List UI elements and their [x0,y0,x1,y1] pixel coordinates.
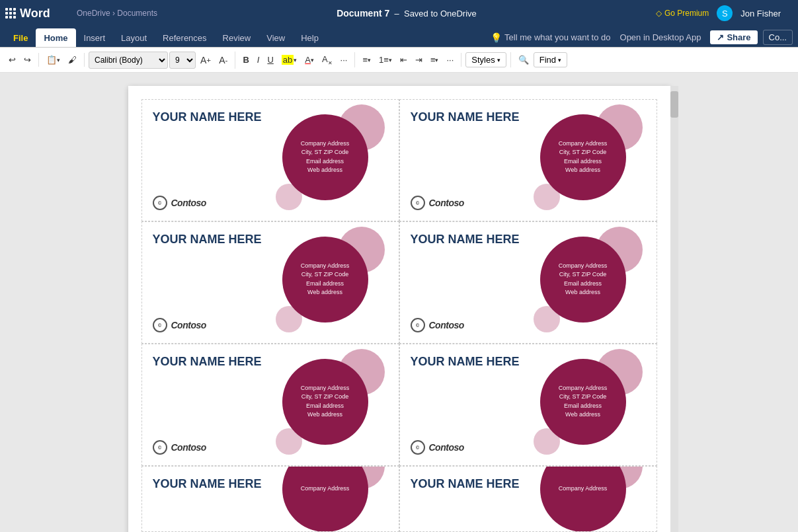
decrease-font-button[interactable]: A- [216,53,231,67]
redo-button[interactable]: ↪ [20,53,34,67]
addr-line2-1: City, ST ZIP Code [301,148,350,157]
ribbon-right: 💡 Tell me what you want to do Open in De… [491,30,793,47]
card-name-6: YOUR NAME HERE [411,355,534,369]
tell-me[interactable]: 💡 Tell me what you want to do [491,32,610,43]
tab-help[interactable]: Help [293,28,327,47]
chevron-down-icon5: ▾ [389,57,392,63]
doc-page: YOUR NAME HERE © Contoso Company Address… [128,86,670,532]
increase-indent-button[interactable]: ⇥ [412,53,426,67]
format-painter-button[interactable]: 🖌 [65,53,80,67]
scrollbar-thumb[interactable] [670,91,678,118]
more-format-button[interactable]: ··· [337,53,351,67]
font-size-select[interactable]: 9 [169,52,196,69]
font-color-icon: A [305,55,311,65]
tab-references[interactable]: References [155,28,214,47]
scrollbar[interactable] [670,86,678,532]
contoso-circle-6: © [411,440,425,455]
card-right-2: Company Address City, ST ZIP Code Email … [534,104,646,217]
share-button[interactable]: ↗ Share [710,30,757,44]
search-icon: 🔍 [518,55,529,65]
tab-insert[interactable]: Insert [76,28,114,47]
card-address-8: Company Address [555,480,612,498]
tab-layout[interactable]: Layout [113,28,155,47]
waffle-icon[interactable] [5,8,16,19]
deco-circle-big-1: Company Address City, ST ZIP Code Email … [282,114,368,200]
find-button[interactable]: Find ▾ [534,52,567,67]
bullets-button[interactable]: ≡▾ [359,53,374,67]
card-name-7: YOUR NAME HERE [153,477,276,492]
user-name[interactable]: Jon Fisher [740,9,781,19]
card-address-2: Company Address City, ST ZIP Code Email … [555,135,612,179]
addr-line4-1: Web address [301,166,350,175]
business-card-8: YOUR NAME HERE Company Address [399,466,657,532]
business-card-2: YOUR NAME HERE © Contoso Company Address… [399,99,657,221]
business-card-7: YOUR NAME HERE Company Address [141,466,399,532]
tell-me-text: Tell me what you want to do [504,32,610,42]
decrease-indent-button[interactable]: ⇤ [397,53,411,67]
decrease-indent-icon: ⇤ [400,55,407,65]
skype-icon[interactable]: S [717,5,733,21]
underline-button[interactable]: U [264,53,276,67]
clear-format-button[interactable]: A✕ [319,52,336,68]
addr-line1-1: Company Address [301,139,350,149]
addr-line1-5: Company Address [301,384,350,393]
contoso-text-2: Contoso [429,198,464,208]
align-button[interactable]: ≡▾ [427,53,442,67]
share-label: Share [727,32,750,42]
deco-circle-big-7: Company Address [282,466,368,532]
addr-line2-6: City, ST ZIP Code [559,393,608,402]
addr-line2-4: City, ST ZIP Code [559,270,608,280]
search-icon-button[interactable]: 🔍 [515,53,532,67]
document-area[interactable]: YOUR NAME HERE © Contoso Company Address… [0,73,798,532]
deco-circle-big-8: Company Address [540,466,626,532]
contoso-logo-6: © Contoso [411,440,534,455]
business-card-3: YOUR NAME HERE © Contoso Company Address… [141,221,399,344]
more-paragraph-button[interactable]: ··· [443,53,457,67]
card-left-5: YOUR NAME HERE © Contoso [153,355,276,455]
card-address-4: Company Address City, ST ZIP Code Email … [555,258,612,301]
app-name: Word [20,7,73,20]
go-premium-label: Go Premium [664,9,709,18]
font-select[interactable]: Calibri (Body) [89,52,168,69]
paste-button[interactable]: 📋▾ [43,53,63,67]
bold-button[interactable]: B [239,53,252,67]
go-premium-button[interactable]: ◇ Go Premium [656,9,709,18]
addr-line3-1: Email address [301,157,350,167]
deco-circle-big-5: Company Address City, ST ZIP Code Email … [282,359,368,445]
contoso-logo-4: © Contoso [411,318,534,332]
open-desktop-button[interactable]: Open in Desktop App [616,31,705,44]
styles-button[interactable]: Styles ▾ [465,52,506,67]
deco-circle-big-4: Company Address City, ST ZIP Code Email … [540,237,626,323]
undo-button[interactable]: ↩ [5,53,19,67]
italic-button[interactable]: I [254,53,263,67]
card-name-5: YOUR NAME HERE [153,355,276,369]
highlight-button[interactable]: ab▾ [278,53,300,67]
card-left-7: YOUR NAME HERE [153,477,276,521]
contoso-circle-1: © [153,196,167,210]
card-right-6: Company Address City, ST ZIP Code Email … [534,349,646,461]
breadcrumb: OneDrive › Documents [77,9,157,18]
business-card-6: YOUR NAME HERE © Contoso Company Address… [399,344,657,466]
highlight-icon: ab [282,55,294,65]
comments-button[interactable]: Co... [763,30,793,45]
clear-format-icon: A✕ [322,54,333,66]
card-name-2: YOUR NAME HERE [411,110,534,125]
card-left-2: YOUR NAME HERE © Contoso [411,110,534,210]
align-icon: ≡ [430,55,436,65]
tab-home[interactable]: Home [36,28,75,47]
addr-line4-6: Web address [559,410,608,420]
card-right-5: Company Address City, ST ZIP Code Email … [276,349,388,461]
find-group: 🔍 Find ▾ [515,52,571,67]
tab-review[interactable]: Review [215,28,259,47]
tab-view[interactable]: View [259,28,293,47]
card-address-3: Company Address City, ST ZIP Code Email … [297,258,354,301]
paste-icon: 📋 [46,55,57,65]
font-color-button[interactable]: A▾ [301,53,317,67]
styles-group: Styles ▾ [465,52,510,67]
styles-label: Styles [471,55,495,65]
increase-font-button[interactable]: A+ [197,53,214,67]
card-left-8: YOUR NAME HERE [411,477,534,521]
numbering-button[interactable]: 1≡▾ [376,53,395,67]
tab-file[interactable]: File [5,28,36,47]
card-left-4: YOUR NAME HERE © Contoso [411,233,534,332]
